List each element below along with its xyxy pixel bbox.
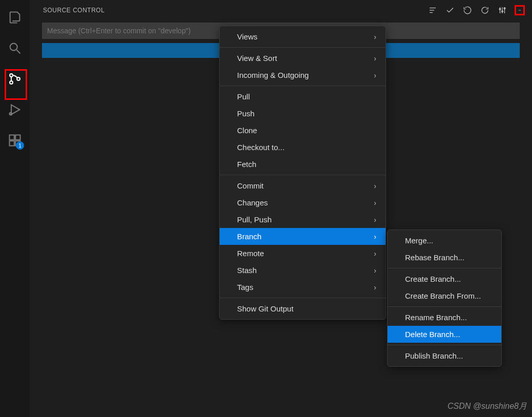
svg-point-22 [520,10,521,11]
more-menu-item-show-git-output[interactable]: Show Git Output [220,300,386,317]
menu-item-label: Pull [237,92,250,101]
branch-menu-item-delete-branch[interactable]: Delete Branch... [388,326,501,343]
watermark-text: CSDN @sunshine8月 [448,401,527,412]
chevron-right-icon: › [374,199,376,207]
menu-item-label: Changes [237,198,268,207]
svg-rect-8 [15,135,20,140]
menu-item-label: Create Branch... [405,275,461,283]
menu-item-label: Show Git Output [237,304,293,313]
more-menu-item-push[interactable]: Push [220,105,386,122]
chevron-right-icon: › [374,249,376,258]
branch-menu-item-merge[interactable]: Merge... [388,232,501,249]
svg-point-4 [17,77,20,80]
menu-item-label: Publish Branch... [405,351,463,360]
settings-sliders-icon[interactable] [497,5,507,15]
chevron-right-icon: › [374,266,376,275]
menu-separator [388,268,501,268]
extensions-icon[interactable]: 1 [7,132,23,149]
svg-point-3 [10,81,13,84]
more-actions-menu: Views›View & Sort›Incoming & Outgoing›Pu… [219,26,386,320]
svg-point-20 [519,10,519,11]
branch-menu-item-create-branch-from[interactable]: Create Branch From... [388,287,501,304]
menu-item-label: Checkout to... [237,143,285,152]
svg-rect-7 [10,135,14,140]
source-control-icon[interactable] [7,71,23,87]
menu-item-label: Rebase Branch... [405,253,464,262]
branch-submenu: Merge...Rebase Branch...Create Branch...… [387,230,502,367]
menu-separator [388,306,501,307]
menu-item-label: Views [237,32,258,41]
menu-item-label: Rename Branch... [405,313,467,322]
extensions-badge: 1 [16,141,24,150]
chevron-right-icon: › [374,54,376,62]
more-menu-item-tags[interactable]: Tags› [220,279,386,296]
panel-header: SOURCE CONTROL [30,0,532,20]
more-menu-item-stash[interactable]: Stash› [220,262,386,279]
svg-point-2 [10,74,13,77]
menu-separator [220,47,386,48]
run-debug-icon[interactable] [7,101,23,118]
menu-separator [388,345,501,345]
menu-item-label: Stash [237,266,257,275]
more-menu-item-pull-push[interactable]: Pull, Push› [220,211,386,228]
more-menu-item-fetch[interactable]: Fetch [220,156,386,173]
menu-item-label: Delete Branch... [405,330,460,339]
more-menu-item-views[interactable]: Views› [220,28,386,45]
menu-item-label: Branch [237,232,262,241]
more-menu-item-commit[interactable]: Commit› [220,177,386,194]
view-tree-icon[interactable] [428,5,438,15]
chevron-right-icon: › [374,233,376,241]
more-actions-icon[interactable] [515,5,525,15]
panel-actions [428,5,525,15]
branch-menu-item-rebase-branch[interactable]: Rebase Branch... [388,249,501,266]
more-menu-item-branch[interactable]: Branch› [220,228,386,245]
chevron-right-icon: › [374,182,376,190]
branch-menu-item-publish-branch[interactable]: Publish Branch... [388,347,501,364]
svg-marker-5 [11,105,19,115]
commit-check-icon[interactable] [445,5,455,15]
refresh-icon[interactable] [480,5,490,15]
menu-separator [220,86,386,86]
svg-line-1 [17,50,20,54]
menu-item-label: Incoming & Outgoing [237,71,309,79]
branch-menu-item-rename-branch[interactable]: Rename Branch... [388,309,501,326]
menu-item-label: Remote [237,249,264,258]
menu-item-label: View & Sort [237,54,277,62]
svg-rect-9 [10,141,14,145]
chevron-right-icon: › [374,283,376,291]
more-menu-item-clone[interactable]: Clone [220,122,386,139]
menu-item-label: Clone [237,126,257,135]
more-menu-item-remote[interactable]: Remote› [220,245,386,262]
history-icon[interactable] [462,5,473,15]
menu-item-label: Push [237,109,254,118]
chevron-right-icon: › [374,216,376,224]
explorer-icon[interactable] [7,9,23,26]
activity-bar: 1 [0,0,30,417]
more-menu-item-changes[interactable]: Changes› [220,194,386,211]
more-menu-item-view-sort[interactable]: View & Sort› [220,50,386,67]
svg-point-21 [520,10,520,11]
search-icon[interactable] [7,40,23,56]
menu-item-label: Merge... [405,236,433,245]
chevron-right-icon: › [374,33,376,41]
branch-menu-item-create-branch[interactable]: Create Branch... [388,270,501,287]
panel-title: SOURCE CONTROL [43,7,104,14]
menu-separator [220,298,386,298]
menu-item-label: Tags [237,283,253,291]
menu-item-label: Create Branch From... [405,291,481,300]
svg-point-0 [10,44,17,51]
more-menu-item-incoming-outgoing[interactable]: Incoming & Outgoing› [220,67,386,84]
more-menu-item-checkout-to[interactable]: Checkout to... [220,139,386,156]
more-menu-item-pull[interactable]: Pull [220,88,386,105]
menu-item-label: Commit [237,181,264,190]
menu-item-label: Fetch [237,160,257,169]
menu-item-label: Pull, Push [237,215,272,224]
chevron-right-icon: › [374,71,376,79]
menu-separator [220,175,386,175]
